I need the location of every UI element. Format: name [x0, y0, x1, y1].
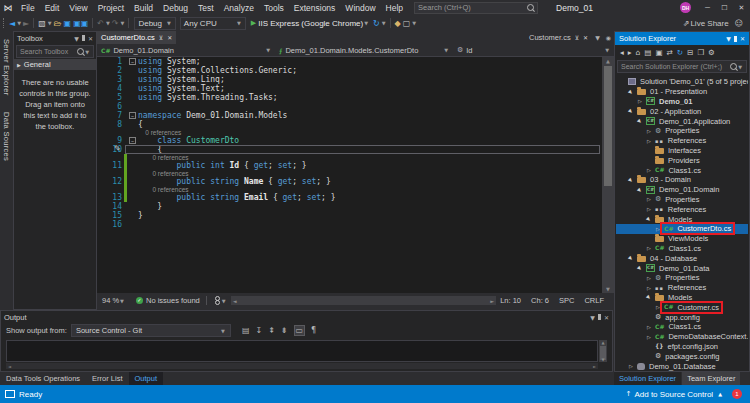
- chevron-collapsed-icon[interactable]: ▷: [645, 285, 653, 291]
- tree-item-demo-01-data[interactable]: ▶C#Demo_01.Data: [616, 263, 748, 273]
- chevron-collapsed-icon[interactable]: ▷: [645, 167, 653, 173]
- tree-item-demodatabasecontext-cs[interactable]: ▷C#DemoDatabaseContext.cs: [616, 332, 748, 342]
- tree-item-app-config[interactable]: ⚙app.config: [616, 312, 748, 322]
- pin-icon[interactable]: ⊻: [575, 34, 579, 41]
- back-icon[interactable]: ◂: [620, 48, 624, 57]
- codelens-references[interactable]: 0 references: [138, 129, 181, 136]
- code-editor[interactable]: 1−using System;2using System.Collections…: [97, 57, 602, 293]
- feedback-icon[interactable]: ☺: [735, 19, 743, 28]
- properties-icon[interactable]: ⚙: [708, 48, 715, 57]
- tree-item-03-domain[interactable]: ▶03 - Domain: [616, 175, 748, 185]
- redo-icon[interactable]: ↷: [112, 19, 119, 28]
- chevron-collapsed-icon[interactable]: ▷: [654, 304, 662, 310]
- save-icon[interactable]: ▣: [64, 19, 72, 28]
- pin-icon[interactable]: ⊻: [159, 34, 163, 41]
- quick-search-box[interactable]: Search (Ctrl+Q): [414, 2, 538, 14]
- background-tasks-icon[interactable]: [5, 390, 15, 398]
- output-horizontal-scrollbar[interactable]: ◄►: [6, 363, 598, 369]
- menu-item-build[interactable]: Build: [129, 3, 158, 13]
- previous-message-icon[interactable]: ⇞: [268, 326, 275, 335]
- navigate-back-icon[interactable]: ◄: [9, 19, 15, 28]
- code-line-7[interactable]: 7−namespace Demo_01.Domain.Models: [97, 111, 602, 120]
- collapse-all-icon[interactable]: ⊟: [687, 48, 693, 57]
- output-source-select[interactable]: Source Control - Git▼: [71, 324, 231, 337]
- tree-item-04-database[interactable]: ▶04 - Database: [616, 253, 748, 263]
- code-line-2[interactable]: 2using System.Collections.Generic;: [97, 66, 602, 75]
- code-line-15[interactable]: 15}: [97, 211, 602, 220]
- pin-icon[interactable]: [734, 36, 737, 42]
- fold-collapse-icon[interactable]: −: [129, 112, 136, 119]
- codelens-references[interactable]: 0 references: [138, 170, 189, 177]
- codelens-references[interactable]: 0 references: [138, 186, 189, 193]
- go-to-message-icon[interactable]: ↧: [255, 326, 262, 335]
- navigate-back-dropdown[interactable]: ▼: [17, 20, 21, 26]
- minimize-button[interactable]: ─: [699, 0, 716, 15]
- redo-dropdown[interactable]: ▼: [121, 20, 125, 26]
- notifications-icon[interactable]: 1: [732, 389, 742, 399]
- fold-collapse-icon[interactable]: −: [129, 137, 136, 144]
- maximize-button[interactable]: ☐: [716, 0, 733, 15]
- code-line-3[interactable]: 3using System.Linq;: [97, 75, 602, 84]
- code-line-6[interactable]: 6: [97, 102, 602, 111]
- chevron-collapsed-icon[interactable]: ▷: [645, 275, 653, 281]
- zoom-select[interactable]: 94 %▼: [97, 296, 130, 305]
- tree-item-references[interactable]: ▷▪▪References: [616, 136, 748, 146]
- solution-platform-select[interactable]: Any CPU▼: [180, 17, 246, 30]
- next-message-icon[interactable]: ⇟: [281, 326, 288, 335]
- performance-profiler-icon[interactable]: ◆: [395, 19, 401, 28]
- preview-dropdown[interactable]: ▼: [412, 20, 416, 26]
- source-control-menu-icon[interactable]: ▲: [718, 391, 722, 397]
- chevron-collapsed-icon[interactable]: ▷: [645, 334, 653, 340]
- code-line-1[interactable]: 1−using System;: [97, 57, 602, 66]
- scroll-up-icon[interactable]: ▲: [602, 57, 614, 65]
- close-icon[interactable]: ✕: [604, 314, 609, 321]
- new-project-dropdown[interactable]: ▼: [48, 20, 52, 26]
- home-icon[interactable]: ⌂: [636, 48, 641, 57]
- explorer-tab-solution-explorer[interactable]: Solution Explorer: [614, 372, 681, 385]
- vertical-tab-data-sources[interactable]: Data Sources: [0, 104, 13, 169]
- tree-item-demo-01-domain[interactable]: ▶C#Demo_01.Domain: [616, 185, 748, 195]
- codelens-references[interactable]: 0 references: [138, 154, 189, 161]
- explorer-tab-team-explorer[interactable]: Team Explorer: [682, 372, 740, 385]
- switch-views-icon[interactable]: ▤: [644, 48, 651, 57]
- tree-item-viewmodels[interactable]: ViewModels: [616, 234, 748, 244]
- tree-item-references[interactable]: ▷▪▪References: [616, 283, 748, 293]
- tree-item-references[interactable]: ▷▪▪References: [616, 204, 748, 214]
- tree-item-02-application[interactable]: ▶02 - Application: [616, 106, 748, 116]
- messages-icon[interactable]: ▤: [242, 326, 250, 335]
- hot-reload-icon[interactable]: ↻: [373, 19, 380, 28]
- tool-tab-output[interactable]: Output: [129, 372, 164, 385]
- tree-item-demo-01[interactable]: ▷C#Demo_01: [616, 97, 748, 107]
- new-project-icon[interactable]: ▧: [38, 19, 46, 28]
- tree-item-demo-01-application[interactable]: ▶C#Demo_01.Application: [616, 116, 748, 126]
- menu-item-help[interactable]: Help: [381, 3, 408, 13]
- live-share-button[interactable]: Live Share: [690, 19, 728, 28]
- refresh-icon[interactable]: ↻: [677, 48, 683, 57]
- menu-item-file[interactable]: File: [16, 3, 40, 13]
- tree-item-solution-demo-01-5-of-5-projects-[interactable]: Solution 'Demo_01' (5 of 5 projects): [616, 77, 748, 87]
- menu-item-analyze[interactable]: Analyze: [219, 3, 259, 13]
- output-text-area[interactable]: [6, 340, 598, 362]
- toolbox-window-menu-icon[interactable]: ▼: [74, 35, 79, 42]
- tree-item-models[interactable]: ▶Models: [616, 293, 748, 303]
- code-line-5[interactable]: 5using System.Threading.Tasks;: [97, 93, 602, 102]
- tree-item-demo-01-database[interactable]: ▷Demo_01.Database: [616, 361, 748, 371]
- tree-item-interfaces[interactable]: Interfaces: [616, 146, 748, 156]
- forward-icon[interactable]: ▸: [628, 48, 632, 57]
- active-files-dropdown-icon[interactable]: ▼: [592, 34, 603, 41]
- toolbar-grip[interactable]: [3, 18, 5, 28]
- editor-vertical-scrollbar[interactable]: ▲ ▼: [602, 57, 614, 293]
- tree-item-models[interactable]: ▶Models: [616, 214, 748, 224]
- code-line-16[interactable]: 16: [97, 220, 602, 229]
- close-icon[interactable]: ✕: [167, 34, 172, 41]
- chevron-collapsed-icon[interactable]: ▷: [645, 206, 653, 212]
- code-line-4[interactable]: 4using System.Text;: [97, 84, 602, 93]
- tab-customerdto[interactable]: CustomerDto.cs ⊻ ✕: [97, 31, 176, 44]
- chevron-collapsed-icon[interactable]: ▷: [645, 128, 653, 134]
- scroll-down-icon[interactable]: ▼: [602, 285, 614, 293]
- solution-explorer-search-input[interactable]: Search Solution Explorer (Ctrl+;) ▼: [617, 60, 747, 73]
- tree-item-01-presentation[interactable]: ▶01 - Presentation: [616, 87, 748, 97]
- editor-horizontal-scrollbar[interactable]: ◄►: [231, 296, 497, 305]
- chevron-collapsed-icon[interactable]: ▷: [627, 363, 635, 369]
- window-options-icon[interactable]: ◉: [603, 34, 614, 41]
